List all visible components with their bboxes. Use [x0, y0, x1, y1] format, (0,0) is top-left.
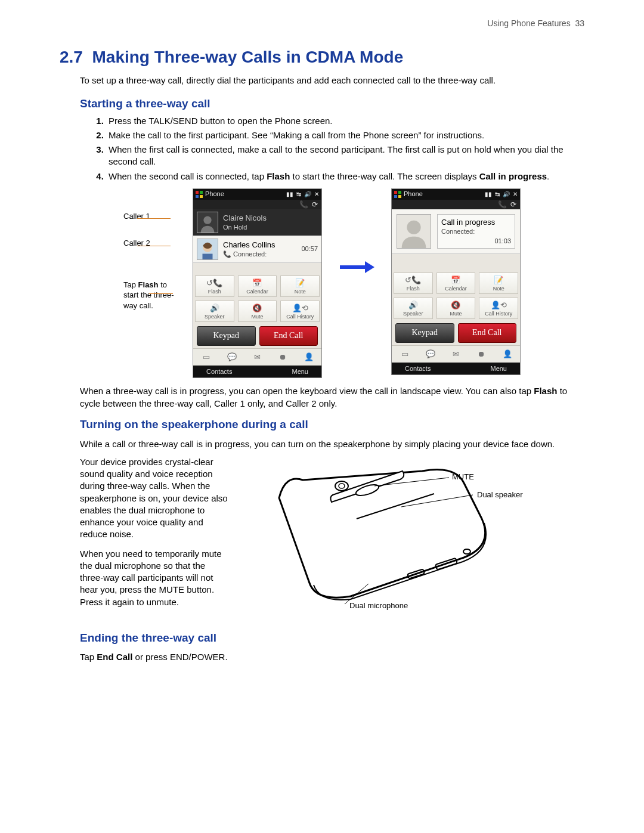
action-grid: ↺📞Flash 📅Calendar 📝Note 🔊Speaker 🔇Mute 👤…	[193, 274, 321, 324]
status-icons: ▮▮↹🔊✕	[286, 190, 319, 199]
subhead-starting: Starting a three-way call	[80, 96, 584, 112]
speaker-icon: 🔊	[196, 304, 234, 313]
ending-paragraph: Tap End Call or press END/POWER.	[80, 651, 584, 663]
softkey-left[interactable]: Contacts	[206, 367, 232, 376]
history-icon: 👤⟲	[479, 301, 518, 310]
mute-icon: 🔇	[239, 304, 277, 313]
label-dual-mic: Dual microphone	[349, 600, 408, 611]
end-call-button[interactable]: End Call	[259, 326, 318, 346]
sync-icon: ⟳	[312, 200, 318, 209]
transition-arrow	[339, 260, 374, 277]
network-icon: ↹	[495, 190, 500, 199]
flash-button[interactable]: ↺📞Flash	[195, 275, 234, 297]
connected-icon: 📞	[223, 250, 231, 259]
note-button[interactable]: 📝Note	[280, 275, 320, 297]
page-number: 33	[575, 18, 584, 28]
step-1: Press the TALK/SEND button to open the P…	[106, 115, 584, 127]
caller-row-2: Charles Collins 📞Connected: 00:57	[193, 236, 321, 263]
close-icon: ✕	[513, 190, 518, 199]
speaker-button[interactable]: 🔊Speaker	[394, 298, 433, 319]
callout-line	[149, 293, 173, 294]
call-history-button[interactable]: 👤⟲Call History	[280, 301, 320, 322]
phone-screenshot-left: Phone ▮▮↹🔊✕ 📞⟳ Claire Nicols On Hold Cha…	[193, 188, 322, 379]
step-2: Make the call to the first participant. …	[106, 129, 584, 141]
big-buttons: Keypad End Call	[392, 321, 520, 345]
tab-card-icon[interactable]: ▭	[193, 349, 219, 366]
app-title: Phone	[404, 190, 423, 199]
after-figure-paragraph: When a three-way call is in progress, yo…	[80, 385, 584, 410]
progress-time: 01:03	[441, 237, 511, 246]
big-buttons: Keypad End Call	[193, 324, 321, 348]
caller2-avatar	[197, 239, 218, 260]
tab-mail-icon[interactable]: ✉	[443, 346, 469, 363]
steps-list: Press the TALK/SEND button to open the P…	[95, 115, 584, 182]
flash-icon: ↺📞	[394, 275, 432, 285]
section-title: 2.7 Making Three-way Calls in CDMA Mode	[60, 46, 584, 69]
speaker-button[interactable]: 🔊Speaker	[195, 301, 234, 322]
tab-mail-icon[interactable]: ✉	[244, 349, 270, 366]
progress-status: Connected:	[441, 227, 511, 236]
svg-point-1	[203, 216, 211, 224]
phone-mode-icon: 📞	[498, 200, 507, 209]
tab-contact-icon[interactable]: 👤	[296, 349, 321, 366]
callout-line	[137, 218, 171, 219]
speaker-p2: When you need to temporarily mute the du…	[80, 548, 229, 608]
tab-chat-icon[interactable]: 💬	[417, 346, 443, 363]
caller1-name: Claire Nicols	[223, 213, 318, 224]
softkey-bar: Contacts Menu	[193, 366, 321, 378]
mute-button[interactable]: 🔇Mute	[436, 298, 476, 319]
status-bar: Phone ▮▮↹🔊✕	[392, 189, 520, 200]
call-history-button[interactable]: 👤⟲Call History	[479, 298, 518, 319]
call-in-progress-row: Call in progress Connected: 01:03	[392, 209, 520, 254]
note-icon: 📝	[281, 278, 319, 288]
signal-icon: ▮▮	[485, 190, 492, 199]
sub-status-bar: 📞⟳	[392, 200, 520, 209]
flash-button[interactable]: ↺📞Flash	[394, 272, 433, 294]
calendar-icon: 📅	[239, 278, 277, 288]
annotation-column: Caller 1 Caller 2 Tap Flash to start the…	[123, 188, 176, 311]
status-bar: Phone ▮▮↹🔊✕	[193, 189, 321, 200]
tab-voicemail-icon[interactable]: ⏺	[469, 346, 494, 363]
softkey-left[interactable]: Contacts	[405, 364, 431, 373]
header-text: Using Phone Features	[487, 18, 570, 28]
flash-icon: ↺📞	[196, 278, 234, 288]
sub-status-bar: 📞⟳	[193, 200, 321, 209]
label-dual-speaker: Dual speaker	[477, 490, 523, 500]
phone-mode-icon: 📞	[299, 200, 308, 209]
keypad-button[interactable]: Keypad	[197, 326, 256, 346]
tab-voicemail-icon[interactable]: ⏺	[270, 349, 296, 366]
bottom-tabbar: ▭ 💬 ✉ ⏺ 👤	[193, 348, 321, 366]
note-icon: 📝	[479, 275, 518, 285]
note-button[interactable]: 📝Note	[479, 272, 518, 294]
calendar-button[interactable]: 📅Calendar	[436, 272, 476, 294]
step-4: When the second call is connected, tap F…	[106, 171, 584, 182]
tab-card-icon[interactable]: ▭	[392, 346, 417, 363]
windows-flag-icon	[394, 191, 401, 198]
speaker-two-col: Your device provides crystal-clear sound…	[80, 456, 584, 623]
tab-chat-icon[interactable]: 💬	[219, 349, 244, 366]
caller1-avatar	[197, 212, 218, 233]
keypad-button[interactable]: Keypad	[395, 323, 454, 343]
end-call-button[interactable]: End Call	[458, 323, 517, 343]
bottom-tabbar: ▭ 💬 ✉ ⏺ 👤	[392, 345, 520, 363]
action-grid: ↺📞Flash 📅Calendar 📝Note 🔊Speaker 🔇Mute 👤…	[392, 271, 520, 321]
device-svg	[243, 456, 565, 611]
label-mute: MUTE	[452, 472, 474, 482]
mute-button[interactable]: 🔇Mute	[238, 301, 277, 322]
phone-screenshot-right: Phone ▮▮↹🔊✕ 📞⟳ Call in progress Connecte…	[391, 188, 521, 376]
calendar-button[interactable]: 📅Calendar	[238, 275, 277, 297]
step-3: When the first call is connected, make a…	[106, 144, 584, 168]
history-icon: 👤⟲	[281, 304, 319, 313]
svg-point-8	[407, 220, 420, 234]
annot-tap-flash: Tap Flash to start the three-way call.	[123, 280, 176, 311]
softkey-right[interactable]: Menu	[292, 367, 308, 376]
tab-contact-icon[interactable]: 👤	[494, 346, 520, 363]
caller1-status: On Hold	[223, 223, 318, 232]
close-icon: ✕	[314, 190, 319, 199]
section-heading: Making Three-way Calls in CDMA Mode	[92, 48, 404, 66]
speaker-text-col: Your device provides crystal-clear sound…	[80, 456, 229, 615]
subhead-speakerphone: Turning on the speakerphone during a cal…	[80, 417, 584, 432]
running-header: Using Phone Features 33	[60, 18, 584, 29]
status-icons: ▮▮↹🔊✕	[485, 190, 518, 199]
softkey-right[interactable]: Menu	[490, 364, 507, 373]
